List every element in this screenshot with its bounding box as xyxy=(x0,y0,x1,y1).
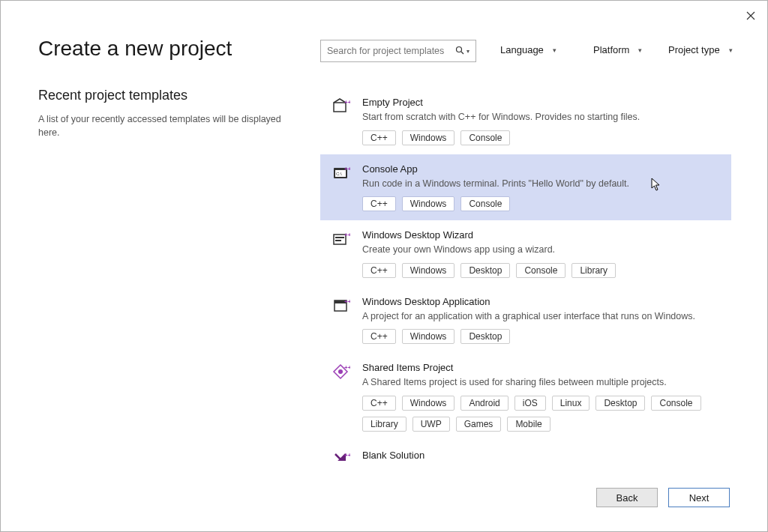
template-title: Windows Desktop Application xyxy=(362,296,722,307)
template-tag: Desktop xyxy=(460,263,510,278)
template-tag: Library xyxy=(362,417,406,432)
search-icon[interactable] xyxy=(455,46,464,57)
filter-language-label: Language xyxy=(500,44,544,55)
template-tag: C++ xyxy=(362,196,396,211)
template-tags: C++WindowsDesktopConsoleLibrary xyxy=(362,263,722,278)
project-template-icon: ++ xyxy=(332,297,350,315)
svg-text:++: ++ xyxy=(344,452,350,459)
page-title: Create a new project xyxy=(38,37,232,61)
project-template-icon: ++ xyxy=(332,363,350,381)
filter-project-type[interactable]: Project type ▾ xyxy=(668,44,733,55)
template-tag: Windows xyxy=(402,396,455,411)
template-item[interactable]: ++Shared Items ProjectA Shared Items pro… xyxy=(320,353,731,441)
svg-rect-10 xyxy=(335,240,341,241)
template-tag: Windows xyxy=(402,329,455,344)
chevron-down-icon: ▾ xyxy=(729,46,733,54)
svg-text:++: ++ xyxy=(344,99,350,106)
project-template-icon: ++ xyxy=(332,451,350,462)
template-item[interactable]: C:\++Console AppRun code in a Windows te… xyxy=(320,154,731,221)
close-button[interactable] xyxy=(743,8,758,23)
template-tag: Console xyxy=(516,263,566,278)
template-description: Start from scratch with C++ for Windows.… xyxy=(362,111,722,124)
template-tag: UWP xyxy=(412,417,450,432)
search-input[interactable] xyxy=(327,46,452,56)
template-tags: C++WindowsDesktop xyxy=(362,329,722,344)
chevron-down-icon[interactable]: ▾ xyxy=(466,48,470,55)
template-description: Create your own Windows app using a wiza… xyxy=(362,244,722,257)
svg-text:++: ++ xyxy=(344,298,350,305)
template-item[interactable]: ++Windows Desktop ApplicationA project f… xyxy=(320,287,731,354)
template-tag: C++ xyxy=(362,263,396,278)
template-list[interactable]: ++Empty ProjectStart from scratch with C… xyxy=(320,88,731,461)
template-tags: C++WindowsAndroidiOSLinuxDesktopConsoleL… xyxy=(362,396,722,432)
template-tag: Desktop xyxy=(460,329,510,344)
svg-point-15 xyxy=(338,369,343,374)
template-tag: C++ xyxy=(362,130,396,145)
svg-rect-9 xyxy=(335,237,344,238)
template-item[interactable]: ++Windows Desktop WizardCreate your own … xyxy=(320,220,731,287)
template-tag: Games xyxy=(456,417,502,432)
svg-text:C:\: C:\ xyxy=(336,172,342,176)
template-tag: iOS xyxy=(514,396,546,411)
project-template-icon: ++ xyxy=(332,231,350,249)
template-tag: Android xyxy=(460,396,508,411)
template-tag: Windows xyxy=(402,130,455,145)
template-tag: Linux xyxy=(552,396,590,411)
next-button[interactable]: Next xyxy=(668,488,730,507)
template-tag: Console xyxy=(460,196,510,211)
template-tag: Mobile xyxy=(507,417,550,432)
chevron-down-icon: ▾ xyxy=(553,46,556,54)
template-tags: C++WindowsConsole xyxy=(362,196,722,211)
svg-point-0 xyxy=(457,46,462,52)
template-description: A Shared Items project is used for shari… xyxy=(362,376,722,390)
recent-templates-heading: Recent project templates xyxy=(38,88,293,103)
filter-platform[interactable]: Platform ▾ xyxy=(593,44,642,55)
svg-text:++: ++ xyxy=(344,364,350,371)
template-item[interactable]: ++Blank SolutionCreate an empty solution… xyxy=(320,441,731,462)
template-tag: C++ xyxy=(362,396,396,411)
search-box[interactable]: ▾ xyxy=(320,40,476,62)
svg-text:++: ++ xyxy=(344,166,350,172)
template-title: Console App xyxy=(362,163,722,175)
template-title: Shared Items Project xyxy=(362,362,722,373)
template-tag: Windows xyxy=(402,196,455,211)
filter-project-type-label: Project type xyxy=(668,44,720,55)
filter-platform-label: Platform xyxy=(593,44,629,55)
template-tag: Desktop xyxy=(596,396,645,411)
template-title: Windows Desktop Wizard xyxy=(362,229,722,241)
template-tag: Console xyxy=(651,396,700,411)
project-template-icon: ++ xyxy=(332,98,350,116)
template-description: A project for an application with a grap… xyxy=(362,310,722,324)
template-tag: C++ xyxy=(362,329,396,344)
chevron-down-icon: ▾ xyxy=(638,46,642,54)
template-tag: Library xyxy=(572,263,616,278)
back-button[interactable]: Back xyxy=(596,488,658,507)
svg-text:++: ++ xyxy=(344,232,350,238)
template-item[interactable]: ++Empty ProjectStart from scratch with C… xyxy=(320,88,731,154)
template-title: Empty Project xyxy=(362,97,722,108)
template-tags: C++WindowsConsole xyxy=(362,130,722,145)
svg-line-1 xyxy=(461,52,464,54)
recent-templates-description: A list of your recently accessed templat… xyxy=(38,112,293,139)
template-tag: Windows xyxy=(402,263,455,278)
project-template-icon: C:\++ xyxy=(332,165,350,183)
template-tag: Console xyxy=(460,130,510,145)
template-title: Blank Solution xyxy=(362,450,722,461)
filter-language[interactable]: Language ▾ xyxy=(500,44,556,55)
template-description: Run code in a Windows terminal. Prints "… xyxy=(362,178,722,191)
